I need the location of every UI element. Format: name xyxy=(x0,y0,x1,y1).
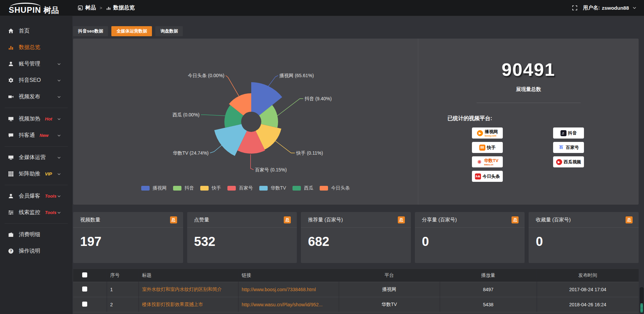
legend-item-抖音[interactable]: 抖音 xyxy=(173,185,194,191)
select-all-checkbox[interactable] xyxy=(82,272,87,277)
platforms-counted-label: 已统计的视频平台: xyxy=(447,115,639,122)
row-checkbox[interactable] xyxy=(82,302,87,307)
sidebar-badge: Hot xyxy=(45,116,52,121)
scrollbar-thumb[interactable] xyxy=(640,304,643,312)
home-icon xyxy=(8,28,14,34)
sidebar-item-question-16[interactable]: ? 操作说明 xyxy=(0,243,72,259)
legend-swatch xyxy=(227,186,236,191)
sidebar-item-sliders-13[interactable]: 线索监控 Tools xyxy=(0,204,72,221)
pie-label-line xyxy=(210,145,222,153)
user-icon xyxy=(8,61,14,67)
row-checkbox[interactable] xyxy=(82,286,87,292)
svg-text:?: ? xyxy=(10,249,12,253)
sidebar-item-gear-3[interactable]: 抖音SEO xyxy=(0,72,72,89)
cell-time: 2018-04-26 16:24 xyxy=(537,297,639,312)
tab-2[interactable]: 询盘数据 xyxy=(155,26,183,36)
chevron-down-icon xyxy=(57,78,61,83)
legend-swatch xyxy=(141,186,150,191)
wallet-icon xyxy=(8,232,14,238)
sidebar-badge: New xyxy=(40,133,49,138)
pie-label: 快手 (0.11%) xyxy=(296,150,323,156)
pie-label: 百家号 (0.15%) xyxy=(255,167,287,172)
sidebar-badge: VIP xyxy=(45,171,52,176)
scrollbar[interactable] xyxy=(640,287,644,313)
stat-card-value: 682 xyxy=(301,228,411,249)
legend-swatch xyxy=(173,186,181,191)
legend-item-播视网[interactable]: 播视网 xyxy=(141,185,167,191)
stat-cards-row: 视频数量 总 197 点赞量 总 532 推荐量 (百家号) 总 682 分享量… xyxy=(73,212,639,263)
sidebar-divider xyxy=(5,108,68,108)
stat-card-4: 收藏量 (百家号) 总 0 xyxy=(529,212,639,263)
pie-label-line xyxy=(251,154,254,170)
fullscreen-icon[interactable] xyxy=(572,5,578,11)
legend-item-快手[interactable]: 快手 xyxy=(200,185,221,191)
sidebar-item-screen-6[interactable]: 视频加热 Hot xyxy=(0,111,72,127)
monitor-icon xyxy=(8,155,14,160)
legend-label: 西瓜 xyxy=(304,185,313,191)
chevron-down-icon[interactable] xyxy=(632,6,637,10)
grid-icon xyxy=(8,171,14,177)
tab-1[interactable]: 全媒体运营数据 xyxy=(111,26,152,36)
sidebar-divider xyxy=(5,185,68,185)
tab-0[interactable]: 抖音seo数据 xyxy=(73,26,108,36)
video-icon xyxy=(8,94,14,100)
topbar-right: 用户名: zswodun88 xyxy=(572,5,644,11)
chevron-down-icon xyxy=(57,156,61,160)
platform-name: 百家号 xyxy=(566,145,579,150)
total-badge[interactable]: 总 xyxy=(512,216,519,223)
pie-label-line xyxy=(226,75,239,96)
sidebar-item-wallet-15[interactable]: 消费明细 xyxy=(0,226,72,243)
total-badge[interactable]: 总 xyxy=(170,216,177,223)
sidebar-item-label: 抖音SEO xyxy=(19,77,41,84)
partial-table-row xyxy=(73,312,639,314)
stat-card-title: 视频数量 xyxy=(80,217,100,223)
sidebar-item-chart-1[interactable]: 数据总览 xyxy=(0,39,72,56)
legend-label: 抖音 xyxy=(184,185,194,191)
video-url-link[interactable]: http://www.wasu.cn/Play/show/id/952... xyxy=(242,302,323,307)
sidebar-badge: Tools xyxy=(45,194,56,199)
sidebar-item-home-0[interactable]: 首页 xyxy=(0,23,72,39)
total-badge[interactable]: 总 xyxy=(398,216,405,223)
legend-item-西瓜[interactable]: 西瓜 xyxy=(292,185,313,191)
sidebar-item-grid-10[interactable]: 矩阵助推 VIP xyxy=(0,166,72,182)
chart-icon xyxy=(8,45,14,50)
breadcrumb-current: 数据总览 xyxy=(113,4,135,11)
total-badge[interactable]: 总 xyxy=(626,216,633,223)
column-header-3: 平台 xyxy=(339,269,440,282)
sidebar-item-user-12[interactable]: 会员爆客 Tools xyxy=(0,188,72,204)
boosj-logo-icon: ▶ xyxy=(477,130,483,136)
video-url-link[interactable]: http://www.boosj.com/7338468.html xyxy=(242,287,316,292)
breadcrumb-root[interactable]: 树品 xyxy=(85,4,96,11)
sidebar-item-label: 操作说明 xyxy=(19,248,40,255)
total-badge[interactable]: 总 xyxy=(284,216,291,223)
platform-badge-今日头条: 头条 今日头条 xyxy=(472,171,503,182)
platform-name: 今日头条 xyxy=(483,174,500,178)
platform-name: 西瓜视频 xyxy=(564,160,581,164)
video-title-link[interactable]: 室外水纹灯和室内水纹灯的区别和简介 xyxy=(142,286,222,292)
topbar: SHUPIN 树品 树品 > 数据总览 用户名: zswodun88 xyxy=(0,0,644,16)
sidebar-item-video-4[interactable]: 视频发布 xyxy=(0,89,72,105)
legend-item-百家号[interactable]: 百家号 xyxy=(227,185,253,191)
stat-card-2: 推荐量 (百家号) 总 682 xyxy=(301,212,411,263)
platform-share-chart: 播视网 (65.61%)抖音 (9.40%)快手 (0.11%)百家号 (0.1… xyxy=(73,39,418,205)
cell-plays: 5438 xyxy=(440,297,537,312)
stat-card-1: 点赞量 总 532 xyxy=(187,212,297,263)
platform-badge-抖音: ♬ 抖音 xyxy=(553,127,584,139)
cell-platform: 华数TV xyxy=(339,297,440,312)
chevron-down-icon xyxy=(57,62,61,66)
sidebar-item-user-2[interactable]: 账号管理 xyxy=(0,56,72,72)
sidebar: 首页 数据总览 账号管理 抖音SEO 视频发布 视频加热 Hot 抖客通 New… xyxy=(0,16,72,314)
cell-platform: 播视网 xyxy=(339,282,440,297)
app-logo: SHUPIN 树品 xyxy=(0,2,72,14)
column-header-1: 标题 xyxy=(139,269,238,282)
legend-item-华数TV[interactable]: 华数TV xyxy=(259,185,286,191)
legend-swatch xyxy=(200,186,209,191)
video-title-link[interactable]: 楼体投影灯投影效果震撼上市 xyxy=(142,302,203,307)
sidebar-item-chat-7[interactable]: 抖客通 New xyxy=(0,127,72,144)
pie-label: 播视网 (65.61%) xyxy=(279,73,314,78)
sidebar-item-label: 账号管理 xyxy=(19,60,40,67)
sidebar-divider xyxy=(5,223,68,224)
stat-card-value: 0 xyxy=(415,228,525,249)
legend-item-今日头条[interactable]: 今日头条 xyxy=(320,185,350,191)
sidebar-item-monitor-9[interactable]: 全媒体运营 xyxy=(0,149,72,166)
